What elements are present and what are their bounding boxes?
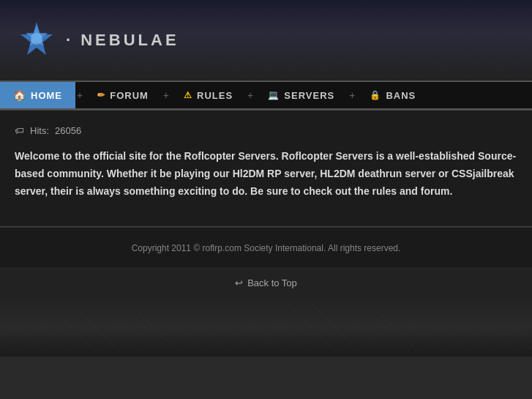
nav-label-servers: SERVERS: [284, 90, 334, 101]
hits-bar: 🏷 Hits: 26056: [15, 125, 517, 136]
forum-icon: ✏: [97, 90, 105, 100]
hits-value: 26056: [55, 125, 81, 136]
rules-icon: ⚠: [184, 90, 192, 100]
nav-item-forum[interactable]: ✏ FORUM: [84, 82, 162, 108]
welcome-text: Welcome to the official site for the Rof…: [15, 148, 517, 200]
nav-item-rules[interactable]: ⚠ RULES: [171, 82, 246, 108]
main-content: 🏷 Hits: 26056 Welcome to the official si…: [0, 110, 532, 227]
back-to-top-label: Back to Top: [247, 277, 297, 288]
header: · NEBULAE: [0, 0, 532, 81]
nav-label-bans: BANS: [386, 90, 416, 101]
back-arrow-icon: ↩: [235, 277, 243, 288]
hits-label: Hits:: [30, 125, 49, 136]
nav-sep-2: +: [162, 82, 171, 108]
servers-icon: 💻: [268, 90, 280, 100]
svg-point-2: [31, 33, 42, 45]
logo-icon: [15, 18, 59, 62]
back-to-top-link[interactable]: ↩ Back to Top: [235, 277, 297, 288]
back-to-top-area: ↩ Back to Top: [0, 267, 532, 298]
nav-label-home: HOME: [31, 90, 62, 101]
copyright-text: Copyright 2011 © roflrp.com Society Inte…: [132, 243, 401, 253]
bans-icon: 🔒: [370, 90, 381, 100]
nav-label-forum: FORUM: [110, 90, 149, 101]
bottom-texture: [0, 298, 532, 357]
nav-item-bans[interactable]: 🔒 BANS: [356, 82, 429, 108]
home-icon: 🏠: [13, 89, 26, 101]
nav-sep-4: +: [348, 82, 356, 108]
nav-sep-3: +: [246, 82, 255, 108]
nav-item-home[interactable]: 🏠 HOME: [0, 82, 75, 108]
nav-item-servers[interactable]: 💻 SERVERS: [255, 82, 348, 108]
logo-area: · NEBULAE: [15, 18, 179, 62]
footer: Copyright 2011 © roflrp.com Society Inte…: [0, 227, 532, 267]
tag-icon: 🏷: [15, 125, 24, 136]
logo-text: · NEBULAE: [66, 31, 179, 50]
nav-sep-1: +: [75, 82, 84, 108]
nav-label-rules: RULES: [197, 90, 233, 101]
navigation: 🏠 HOME + ✏ FORUM + ⚠ RULES + 💻 SERVERS +…: [0, 81, 532, 110]
